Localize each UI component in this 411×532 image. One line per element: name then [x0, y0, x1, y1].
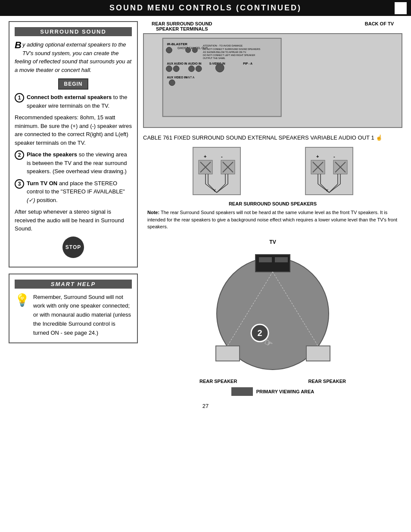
step-2-bold: Place the speakers — [27, 151, 77, 158]
left-speaker-svg: + - — [191, 145, 243, 197]
svg-rect-62 — [275, 257, 288, 262]
left-column: Surround Sound B y adding optional exter… — [9, 21, 138, 396]
begin-button: BEGIN — [58, 78, 88, 90]
step-2-item: 2 Place the speakers so the viewing area… — [15, 150, 132, 176]
step-3-bold: Turn TV ON — [27, 180, 57, 187]
rear-speaker-right-label: REAR SPEAKER — [308, 379, 346, 384]
svg-text:AUX AUDIO IN: AUX AUDIO IN — [167, 62, 187, 65]
step-3-circle: 3 — [15, 179, 24, 189]
checkmark: (✓) — [27, 197, 35, 203]
svg-text:-: - — [221, 154, 223, 159]
svg-text:Y: Y — [326, 188, 328, 193]
svg-text:2: 2 — [257, 328, 262, 338]
primary-viewing-area-legend: PRIMARY VIEWING AREA — [231, 387, 314, 396]
step-3-text: Turn TV ON and place the STEREO control … — [27, 179, 132, 205]
svg-point-21 — [169, 80, 175, 86]
svg-text:AUDIO IN: AUDIO IN — [188, 62, 202, 65]
intro-paragraph: B y adding optional external speakers to… — [15, 40, 132, 74]
svg-point-12 — [166, 66, 172, 72]
pva-label: PRIMARY VIEWING AREA — [256, 389, 314, 394]
svg-point-13 — [173, 66, 179, 72]
svg-point-2 — [166, 47, 172, 53]
smart-help-section: Smart Help 💡 Remember, Surround Sound wi… — [9, 274, 138, 344]
right-speaker-group: + - Y — [303, 145, 355, 197]
step-1-note: Recommended speakers: 8ohm, 15 watt mini… — [15, 113, 132, 147]
step-1-circle: 1 — [15, 93, 24, 103]
svg-text:AUX VIDEO IN: AUX VIDEO IN — [167, 76, 187, 79]
main-content: Surround Sound B y adding optional exter… — [0, 21, 411, 396]
step-2-circle: 2 — [15, 150, 24, 160]
svg-text:ANT A: ANT A — [186, 76, 195, 79]
overhead-labels: REAR SPEAKER REAR SPEAKER — [199, 379, 346, 384]
overhead-diagram: TV 2 ☞ — [143, 239, 402, 396]
svg-text:DO NOT CONNECT LEFT AND RIGHT : DO NOT CONNECT LEFT AND RIGHT SPEAKER — [203, 54, 255, 56]
after-setup-text: After setup whenever a stereo signal is … — [15, 208, 132, 233]
note-bold: Note: — [147, 210, 159, 215]
note-content: The rear Surround Sound speakers will no… — [147, 210, 397, 229]
rear-speaker-left-label: REAR SPEAKER — [199, 379, 237, 384]
svg-text:ATTENTION - TO AVOID DAMAGE: ATTENTION - TO AVOID DAMAGE — [203, 44, 243, 47]
tv-back-svg: IR-BLASTER GHOST CANCEL OUT ATTENTION - … — [143, 33, 402, 128]
tv-panel-area: IR-BLASTER GHOST CANCEL OUT ATTENTION - … — [143, 33, 402, 141]
step-1-text: Connect both external speakers to the sp… — [27, 93, 132, 110]
svg-point-18 — [215, 64, 224, 72]
rear-speakers-label: REAR SURROUND SOUND SPEAKERS — [143, 201, 402, 206]
svg-rect-63 — [216, 346, 240, 361]
surround-sound-section: Surround Sound B y adding optional exter… — [9, 21, 138, 268]
intro-text: y adding optional external speakers to t… — [15, 41, 131, 73]
step-1-item: 1 Connect both external speakers to the … — [15, 93, 132, 110]
svg-text:DO NOT CONNECT SURROUND SOUND : DO NOT CONNECT SURROUND SOUND SPEAKERS — [203, 48, 260, 50]
svg-point-16 — [196, 66, 202, 72]
right-speaker-svg: + - Y — [303, 145, 355, 197]
smart-help-content: 💡 Remember, Surround Sound will not work… — [15, 293, 132, 338]
surround-section-title: Surround Sound — [15, 27, 132, 36]
left-speaker-group: + - — [191, 145, 243, 197]
diagram-top-labels: REAR SURROUND SOUNDSPEAKER TERMINALS BAC… — [143, 21, 402, 31]
svg-text:+: + — [316, 154, 319, 159]
header-title: Sound Menu Controls (Continued) — [109, 3, 302, 12]
svg-point-5 — [192, 47, 197, 53]
page-number: 27 — [0, 403, 411, 414]
svg-text:-: - — [333, 154, 335, 159]
step-3-item: 3 Turn TV ON and place the STEREO contro… — [15, 179, 132, 205]
tv-overhead-label: TV — [269, 239, 276, 245]
header-box-decoration — [395, 2, 407, 14]
svg-text:OUTPUT THE SAME.: OUTPUT THE SAME. — [203, 57, 226, 59]
svg-text:PIP - A: PIP - A — [243, 62, 252, 65]
step-1-bold: Connect both external speakers — [27, 94, 112, 100]
stop-button: STOP — [62, 236, 84, 258]
svg-rect-61 — [259, 257, 272, 262]
svg-point-4 — [186, 47, 191, 53]
step-2-text: Place the speakers so the viewing area i… — [27, 150, 132, 176]
svg-text:AS SHOWN BELOW TO APPEAR ON TV: AS SHOWN BELOW TO APPEAR ON TV. — [203, 51, 246, 53]
svg-text:IR-BLASTER: IR-BLASTER — [167, 42, 188, 46]
page-header: Sound Menu Controls (Continued) — [0, 0, 411, 16]
overhead-svg: 2 ☞ — [208, 247, 337, 376]
right-column: REAR SURROUND SOUNDSPEAKER TERMINALS BAC… — [143, 21, 402, 396]
svg-point-15 — [189, 66, 195, 72]
rear-surround-label: REAR SURROUND SOUNDSPEAKER TERMINALS — [152, 21, 212, 31]
smart-help-text: Remember, Surround Sound will not work w… — [33, 293, 132, 338]
speakers-area: + - — [143, 145, 402, 197]
svg-text:Y: Y — [213, 188, 216, 193]
pva-box — [231, 387, 253, 396]
smart-help-title: Smart Help — [15, 280, 132, 289]
drop-cap: B — [15, 40, 22, 50]
svg-rect-64 — [306, 346, 330, 361]
lightbulb-icon: 💡 — [15, 293, 30, 307]
svg-text:+: + — [204, 154, 206, 159]
note-text: Note: The rear Surround Sound speakers w… — [143, 209, 402, 230]
back-of-tv-label: BACK OF TV — [365, 21, 394, 31]
